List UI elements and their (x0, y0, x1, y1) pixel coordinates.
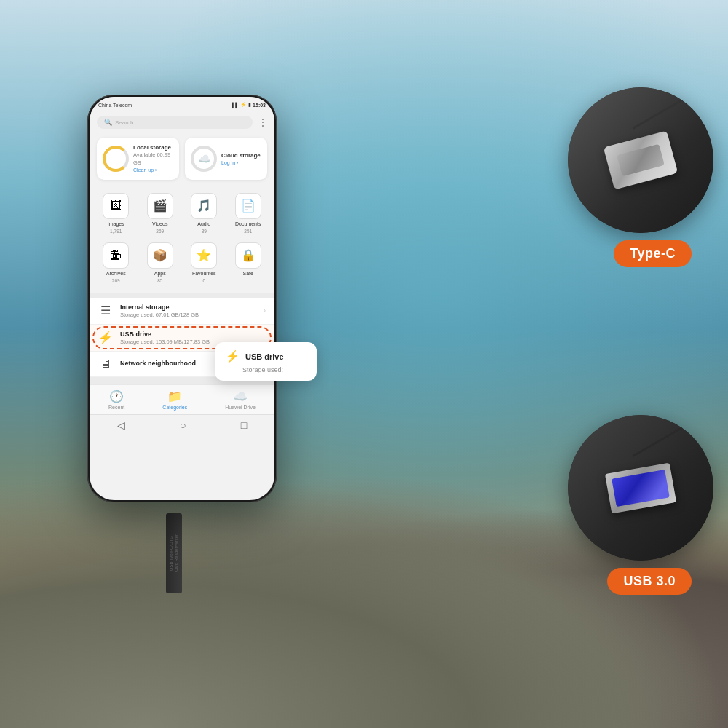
usb30-label: USB 3.0 (607, 568, 692, 595)
usb30-circle (568, 415, 713, 561)
nav-categories[interactable]: 📁 Categories (162, 389, 187, 410)
categories-label: Categories (162, 405, 187, 410)
favourites-label: Favourites (192, 271, 216, 276)
videos-label: Videos (152, 221, 167, 226)
safe-label: Safe (243, 271, 253, 276)
internal-storage-sub: Storage used: 67.01 GB/128 GB (120, 312, 256, 318)
audio-count: 39 (202, 229, 207, 234)
category-safe[interactable]: 🔒 Safe (226, 238, 271, 288)
internal-storage-title: Internal storage (120, 304, 256, 311)
huawei-drive-icon: ☁️ (233, 389, 248, 403)
usb-tooltip: ⚡ USB drive Storage used: (215, 342, 317, 381)
safe-icon: 🔒 (235, 242, 261, 269)
recent-label: Recent (108, 405, 124, 410)
cloud-storage-action[interactable]: Log in › (221, 159, 261, 167)
favourites-icon: ⭐ (191, 242, 217, 269)
categories-grid: 🖼 Images 1,791 🎬 Videos 269 🎵 Audio 39 📄… (90, 186, 274, 293)
menu-icon[interactable]: ⋮ (258, 117, 267, 127)
search-input[interactable]: 🔍 Search (97, 116, 253, 129)
internal-storage-item[interactable]: ☰ Internal storage Storage used: 67.01 G… (90, 298, 274, 325)
archives-count: 269 (112, 278, 120, 283)
internal-storage-arrow: › (264, 306, 266, 314)
documents-icon: 📄 (235, 193, 261, 219)
documents-label: Documents (235, 221, 261, 226)
carrier-label: China Telecom (98, 103, 132, 108)
images-icon: 🖼 (103, 193, 129, 219)
local-storage-info: Local storage Available 60.99 GB Clean u… (133, 143, 173, 174)
category-favourites[interactable]: ⭐ Favourites 0 (182, 238, 226, 288)
videos-count: 269 (156, 229, 164, 234)
usb-device-connector: USB Type-C/OTG Card Reader/Writer (166, 513, 182, 593)
usb-label-line1: USB Type-C/OTG (169, 536, 173, 571)
search-placeholder: Search (115, 119, 133, 126)
recents-button[interactable]: □ (241, 419, 247, 431)
apps-count: 85 (157, 278, 162, 283)
apps-icon: 📦 (147, 242, 173, 269)
local-storage-available: Available 60.99 GB (133, 151, 173, 167)
nav-bar: ◁ ○ □ (90, 414, 274, 435)
apps-label: Apps (154, 271, 166, 276)
cloud-storage-card[interactable]: ☁️ Cloud storage Log in › (185, 138, 267, 180)
recent-icon: 🕐 (109, 389, 124, 403)
cloud-storage-info: Cloud storage Log in › (221, 151, 261, 167)
tooltip-title: USB drive (245, 352, 284, 361)
audio-icon: 🎵 (191, 193, 217, 219)
local-storage-ring (103, 146, 129, 172)
huawei-drive-label: Huawei Drive (225, 405, 256, 410)
storage-row: Local storage Available 60.99 GB Clean u… (90, 132, 274, 186)
home-button[interactable]: ○ (180, 419, 186, 431)
category-archives[interactable]: 🗜 Archives 269 (94, 238, 138, 288)
categories-icon: 📁 (167, 389, 182, 403)
usb-drive-icon: ⚡ (98, 331, 113, 344)
status-icons: ▌▌ ⚡ ▮ 15:03 (232, 102, 266, 108)
tooltip-subtitle: Storage used: (242, 366, 306, 373)
category-audio[interactable]: 🎵 Audio 39 (182, 189, 226, 238)
usb-drive-title: USB drive (120, 331, 266, 338)
audio-label: Audio (197, 221, 210, 226)
local-storage-title: Local storage (133, 143, 173, 151)
images-label: Images (108, 221, 124, 226)
tooltip-header: ⚡ USB drive (225, 349, 306, 363)
internal-storage-info: Internal storage Storage used: 67.01 GB/… (120, 304, 256, 318)
videos-icon: 🎬 (147, 193, 173, 219)
internal-storage-icon: ☰ (98, 304, 113, 317)
type-c-label: Type-C (614, 240, 692, 267)
local-storage-card[interactable]: Local storage Available 60.99 GB Clean u… (97, 138, 179, 180)
usb-label-line2: Card Reader/Writer (174, 534, 178, 572)
documents-count: 251 (244, 229, 252, 234)
type-c-circle (568, 87, 713, 233)
back-button[interactable]: ◁ (117, 419, 125, 431)
bottom-nav: 🕐 Recent 📁 Categories ☁️ Huawei Drive (90, 384, 274, 414)
status-bar: China Telecom ▌▌ ⚡ ▮ 15:03 (90, 97, 274, 113)
search-icon: 🔍 (104, 119, 112, 126)
phone-screen: China Telecom ▌▌ ⚡ ▮ 15:03 🔍 Search ⋮ (90, 97, 274, 500)
bluetooth-icon: ⚡ (240, 102, 247, 108)
archives-label: Archives (106, 271, 126, 276)
tooltip-usb-icon: ⚡ (225, 349, 240, 363)
battery-icon: ▮ (248, 102, 251, 108)
category-documents[interactable]: 📄 Documents 251 (226, 189, 271, 238)
phone-container: China Telecom ▌▌ ⚡ ▮ 15:03 🔍 Search ⋮ (87, 95, 277, 502)
signal-icon: ▌▌ (232, 103, 239, 108)
images-count: 1,791 (110, 229, 122, 234)
local-storage-action[interactable]: Clean up › (133, 167, 173, 174)
cloud-storage-ring: ☁️ (191, 146, 217, 172)
nav-recent[interactable]: 🕐 Recent (108, 389, 124, 410)
cloud-storage-title: Cloud storage (221, 151, 261, 159)
category-apps[interactable]: 📦 Apps 85 (138, 238, 183, 288)
favourites-count: 0 (202, 278, 205, 283)
network-icon: 🖥 (98, 357, 113, 371)
category-images[interactable]: 🖼 Images 1,791 (94, 189, 138, 238)
archives-icon: 🗜 (103, 242, 129, 269)
search-bar[interactable]: 🔍 Search ⋮ (90, 113, 274, 132)
phone: China Telecom ▌▌ ⚡ ▮ 15:03 🔍 Search ⋮ (87, 95, 277, 502)
nav-huawei-drive[interactable]: ☁️ Huawei Drive (225, 389, 256, 410)
time-label: 15:03 (253, 103, 266, 108)
category-videos[interactable]: 🎬 Videos 269 (138, 189, 183, 238)
